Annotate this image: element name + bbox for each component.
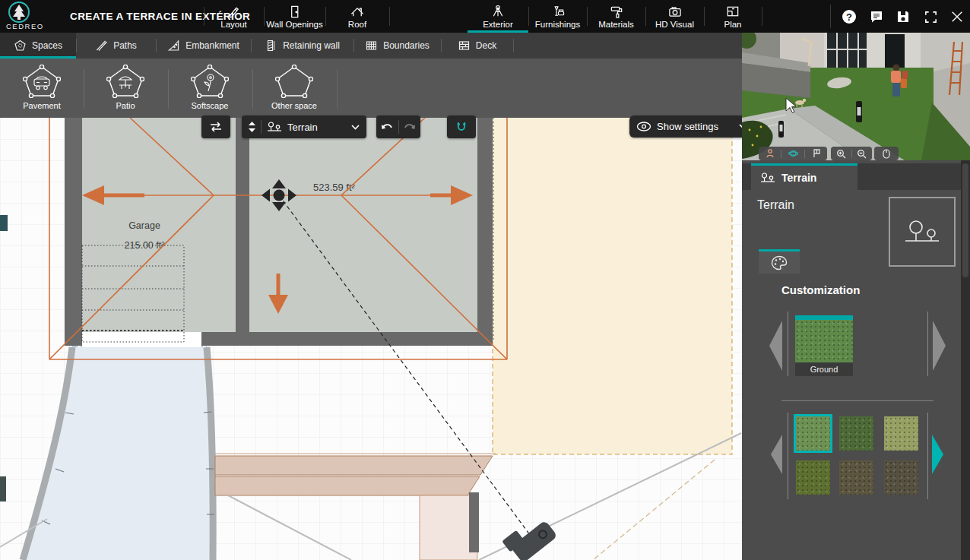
zoom-in-icon[interactable] [836, 149, 846, 159]
magnet-snap-button[interactable] [447, 115, 476, 138]
swap-space-type-button[interactable] [201, 115, 230, 138]
help-button[interactable]: ? [840, 8, 858, 26]
category-spaces[interactable]: Spaces [0, 33, 76, 59]
undo-button[interactable] [377, 122, 398, 132]
layer-selector[interactable]: Terrain [242, 115, 366, 138]
patio-strip[interactable] [420, 495, 477, 560]
wall-segment [469, 492, 479, 552]
tab-exterior[interactable]: Exterior [468, 0, 528, 33]
tool-other-space[interactable]: Other space [252, 59, 336, 118]
magnet-icon [455, 120, 468, 134]
terrain-thumbnail[interactable] [889, 197, 956, 267]
divider [927, 413, 928, 499]
tool-label: Other space [271, 101, 317, 110]
fullscreen-button[interactable] [921, 8, 940, 26]
deck-step-2[interactable] [215, 476, 480, 495]
plan-view-icon[interactable] [812, 149, 821, 158]
category-label: Embankment [185, 40, 239, 51]
edge-object [0, 476, 6, 501]
garage-door-opening [82, 332, 201, 347]
wall-left [65, 118, 82, 346]
category-label: Retaining wall [283, 40, 340, 51]
close-button[interactable] [948, 8, 966, 26]
viewport-mode-group [759, 147, 827, 160]
plan-canvas[interactable]: Garage 215.00 ft² 523.59 ft² [0, 118, 742, 560]
paint-roller-icon [609, 5, 624, 19]
divider [261, 120, 262, 134]
texture-swatch-4[interactable] [796, 460, 830, 495]
close-icon [950, 10, 964, 24]
texture-swatch-2[interactable] [839, 416, 873, 451]
category-embankment[interactable]: Embankment [156, 33, 251, 59]
texture-swatch-3[interactable] [884, 416, 918, 451]
save-button[interactable] [894, 8, 912, 26]
3d-preview-scene [742, 33, 970, 160]
tool-patio[interactable]: Patio [84, 59, 167, 118]
tab-wall-openings[interactable]: Wall Openings [264, 0, 325, 33]
tab-label: Materials [598, 20, 634, 29]
tool-softscape[interactable]: Softscape [168, 59, 252, 118]
category-label: Deck [476, 40, 496, 51]
divider [851, 150, 852, 158]
tab-customization-palette[interactable] [759, 249, 800, 274]
svg-text:?: ? [846, 11, 852, 23]
fullscreen-icon [924, 10, 938, 24]
tab-materials[interactable]: Materials [587, 0, 645, 33]
category-paths[interactable]: Paths [76, 33, 156, 59]
show-settings-button[interactable]: Show settings [629, 115, 754, 138]
tab-label: Layout [220, 20, 247, 29]
spaces-icon [14, 40, 27, 52]
undo-icon [381, 122, 394, 132]
tab-label: Plan [724, 20, 741, 29]
carousel-next-button[interactable] [933, 321, 946, 371]
cedreo-logo[interactable]: CEDREO [5, 1, 64, 32]
pavement-icon [23, 65, 61, 98]
redo-button[interactable] [399, 122, 420, 132]
section-title: Terrain [757, 198, 794, 212]
edge-object [0, 215, 8, 231]
zoom-out-icon[interactable] [857, 149, 867, 159]
exterior-park-icon [490, 5, 506, 19]
divider [927, 312, 928, 376]
texture-swatch-1[interactable] [796, 416, 830, 451]
palette-icon [771, 255, 788, 271]
arrow-left-shaft [103, 194, 144, 198]
scrollbar-thumb[interactable] [962, 163, 968, 277]
save-icon [896, 9, 911, 24]
undo-redo-group [376, 115, 420, 138]
plan-drawing[interactable]: Garage 215.00 ft² 523.59 ft² [0, 118, 742, 560]
tab-plan[interactable]: Plan [704, 0, 762, 33]
carousel-prev-button[interactable] [769, 321, 782, 371]
ground-swatch[interactable]: Ground [795, 315, 853, 376]
other-space-icon [275, 65, 313, 98]
chat-icon [869, 9, 884, 24]
category-retaining-wall[interactable]: Retaining wall [251, 33, 353, 59]
patio-icon [106, 65, 144, 98]
panel-scrollbar[interactable] [961, 160, 970, 560]
category-boundaries[interactable]: Boundaries [353, 33, 441, 59]
textures-next-button[interactable] [932, 435, 943, 474]
walkthrough-person-icon[interactable] [766, 149, 775, 158]
divider [788, 312, 788, 376]
spinner-icon [249, 122, 255, 132]
tab-layout[interactable]: Layout [204, 0, 264, 33]
textures-prev-button[interactable] [771, 435, 782, 474]
texture-swatch-6[interactable] [884, 460, 918, 495]
tool-pavement[interactable]: Pavement [0, 59, 84, 118]
tab-terrain[interactable]: Terrain [751, 163, 857, 190]
terrain-space-beige[interactable] [493, 118, 732, 454]
tab-furnishings[interactable]: Furnishings [528, 0, 587, 33]
texture-swatch-5[interactable] [839, 460, 873, 495]
retaining-wall-icon [265, 40, 277, 52]
3d-preview[interactable] [742, 33, 970, 160]
tab-hd-visual[interactable]: HD Visual [645, 0, 704, 33]
orbit-view-icon[interactable] [788, 149, 798, 158]
tab-roof[interactable]: Roof [325, 0, 389, 33]
category-deck[interactable]: Deck [441, 33, 513, 59]
mouse-controls-button[interactable] [874, 147, 899, 160]
deck-step-1[interactable] [215, 456, 493, 475]
embankment-icon [167, 40, 180, 52]
help-icon: ? [842, 9, 857, 24]
tool-label: Patio [116, 101, 135, 110]
feedback-button[interactable] [867, 8, 886, 26]
